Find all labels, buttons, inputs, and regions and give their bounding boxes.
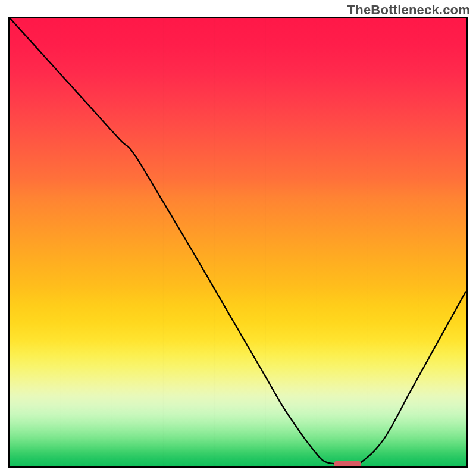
main-curve — [10, 18, 466, 465]
optimal-marker — [334, 461, 361, 468]
watermark-text: TheBottleneck.com — [347, 2, 470, 18]
plot-area — [8, 17, 468, 468]
chart-container: TheBottleneck.com — [0, 0, 476, 476]
curve-layer — [10, 18, 466, 466]
